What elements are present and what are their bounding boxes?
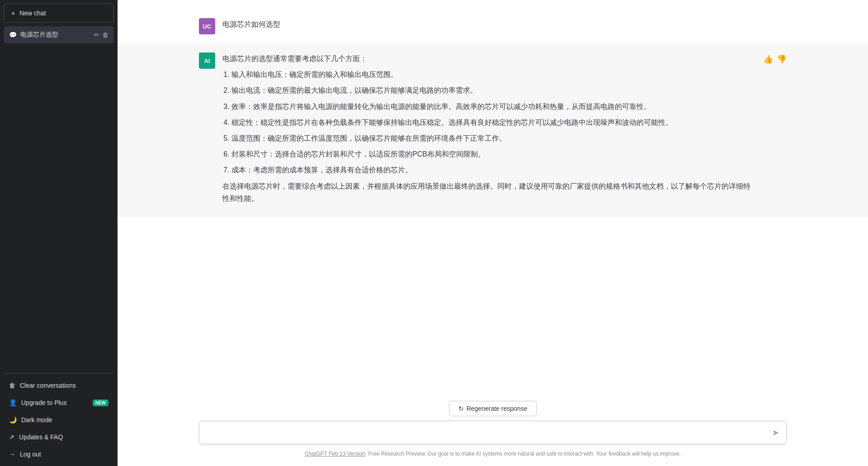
avatar-assistant: AI — [199, 52, 215, 69]
chat-item-left: 💬 电源芯片选型 — [9, 31, 94, 39]
send-button[interactable]: ➤ — [770, 425, 781, 440]
edit-icon[interactable]: ✏ — [94, 31, 99, 38]
plus-icon: + — [11, 10, 15, 17]
upgrade-label: Upgrade to Plus — [21, 399, 66, 406]
footer-text: ChatGPT Feb 13 Version. Free Research Pr… — [305, 449, 681, 457]
regenerate-button[interactable]: ↻ Regenerate response — [449, 401, 537, 416]
chat-area: UC 电源芯片如何选型 AI 电源芯片的选型通常需要考虑以下几个方面： 输入和输… — [118, 0, 868, 396]
list-item: 输出电流：确定所需的最大输出电流，以确保芯片能够满足电路的功率需求。 — [231, 84, 756, 96]
thumbdown-icon[interactable]: 👎 — [777, 54, 787, 64]
footer-link[interactable]: ChatGPT Feb 13 Version — [305, 451, 365, 457]
clear-label: Clear conversations — [20, 382, 76, 389]
list-item: 封装和尺寸：选择合适的芯片封装和尺寸，以适应所需的PCB布局和空间限制。 — [231, 148, 756, 160]
dark-icon: 🌙 — [9, 416, 17, 423]
delete-icon[interactable]: 🗑 — [102, 31, 108, 38]
assistant-outro: 在选择电源芯片时，需要综合考虑以上因素，并根据具体的应用场景做出最终的选择。同时… — [222, 180, 756, 204]
bottom-area: ↻ Regenerate response ➤ ChatGPT Feb 13 V… — [118, 396, 868, 466]
send-icon: ➤ — [772, 428, 779, 437]
sidebar-action-upgrade[interactable]: 👤 Upgrade to Plus NEW — [4, 395, 114, 411]
message-row-user: UC 电源芯片如何选型 — [118, 9, 868, 43]
list-item: 温度范围：确定所需的工作温度范围，以确保芯片能够在所需的环境条件下正常工作。 — [231, 132, 756, 144]
sidebar: + New chat 💬 电源芯片选型 ✏ 🗑 🗑 Clear conversa… — [0, 0, 118, 466]
list-item: 稳定性：稳定性是指芯片在各种负载条件下能够保持输出电压稳定。选择具有良好稳定性的… — [231, 116, 756, 128]
footer-body: . Free Research Preview. Our goal is to … — [365, 451, 681, 457]
updates-label: Updates & FAQ — [19, 433, 63, 441]
updates-icon: ↗ — [9, 433, 14, 441]
main-content: UC 电源芯片如何选型 AI 电源芯片的选型通常需要考虑以下几个方面： 输入和输… — [118, 0, 868, 466]
clear-icon: 🗑 — [9, 382, 15, 389]
user-message-text: 电源芯片如何选型 — [222, 18, 787, 30]
new-chat-label: New chat — [19, 10, 46, 17]
thumbup-icon[interactable]: 👍 — [763, 54, 773, 64]
assistant-list: 输入和输出电压：确定所需的输入和输出电压范围。输出电流：确定所需的最大输出电流，… — [222, 68, 756, 176]
message-content-assistant: 电源芯片的选型通常需要考虑以下几个方面： 输入和输出电压：确定所需的输入和输出电… — [222, 52, 756, 208]
regenerate-icon: ↻ — [458, 405, 464, 412]
new-chat-button[interactable]: + New chat — [4, 4, 114, 23]
sidebar-action-updates[interactable]: ↗ Updates & FAQ — [4, 429, 114, 445]
chat-input[interactable] — [199, 421, 787, 444]
dark-label: Dark mode — [21, 416, 52, 423]
chat-item[interactable]: 💬 电源芯片选型 ✏ 🗑 — [4, 26, 114, 43]
chat-icon: 💬 — [9, 31, 17, 38]
list-item: 效率：效率是指芯片将输入电源的能量转化为输出电源的能量的比率。高效率的芯片可以减… — [231, 100, 756, 113]
input-row: ➤ — [199, 421, 787, 444]
new-badge: NEW — [93, 399, 108, 406]
upgrade-icon: 👤 — [9, 399, 17, 406]
logout-label: Log out — [20, 451, 41, 458]
sidebar-bottom: 🗑 Clear conversations 👤 Upgrade to Plus … — [4, 373, 114, 462]
message-actions: 👍 👎 — [763, 54, 787, 64]
sidebar-action-logout[interactable]: → Log out — [4, 446, 114, 462]
sidebar-action-clear[interactable]: 🗑 Clear conversations — [4, 377, 114, 394]
message-row-assistant: AI 电源芯片的选型通常需要考虑以下几个方面： 输入和输出电压：确定所需的输入和… — [118, 43, 868, 217]
sidebar-action-dark[interactable]: 🌙 Dark mode — [4, 412, 114, 428]
logout-icon: → — [9, 451, 15, 458]
list-item: 输入和输出电压：确定所需的输入和输出电压范围。 — [231, 68, 756, 81]
regenerate-label: Regenerate response — [467, 405, 528, 412]
list-item: 成本：考虑所需的成本预算，选择具有合适价格的芯片。 — [231, 164, 756, 176]
chat-item-label: 电源芯片选型 — [20, 31, 58, 39]
assistant-intro: 电源芯片的选型通常需要考虑以下几个方面： — [222, 52, 756, 65]
chat-list: 💬 电源芯片选型 ✏ 🗑 — [4, 26, 114, 45]
message-content-user: 电源芯片如何选型 — [222, 18, 787, 34]
avatar-user: UC — [199, 18, 215, 34]
chat-item-actions: ✏ 🗑 — [94, 31, 108, 38]
